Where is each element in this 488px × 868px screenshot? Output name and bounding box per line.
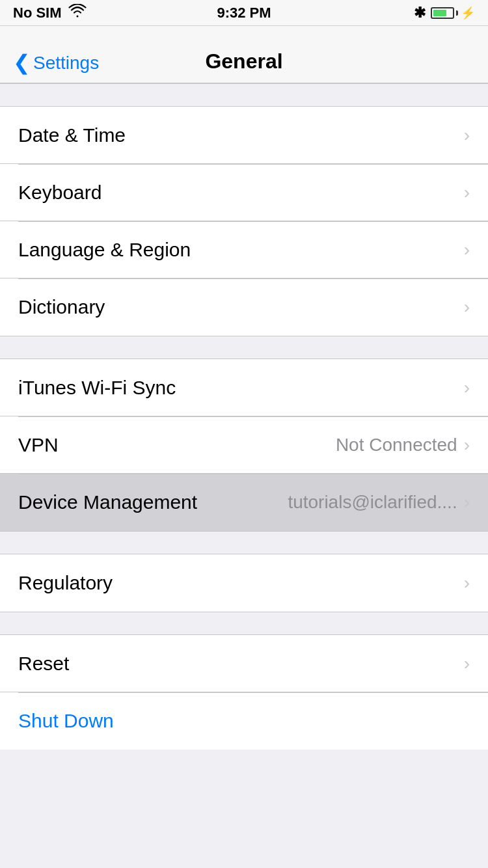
regulatory-right: › (464, 573, 470, 593)
back-button[interactable]: ❮ Settings (13, 53, 99, 74)
back-chevron-icon: ❮ (13, 52, 31, 73)
settings-row-date-time[interactable]: Date & Time› (0, 107, 488, 164)
status-right: ✱ ⚡ (414, 5, 475, 21)
status-time: 9:32 PM (217, 5, 271, 21)
settings-row-device-management[interactable]: Device Managementtutorials@iclarified...… (0, 474, 488, 531)
itunes-wifi-sync-chevron-icon: › (464, 377, 470, 398)
dictionary-right: › (464, 297, 470, 318)
itunes-wifi-sync-label: iTunes Wi-Fi Sync (18, 377, 176, 399)
date-time-label: Date & Time (18, 124, 126, 146)
page-title: General (205, 49, 282, 74)
reset-label: Reset (18, 653, 69, 675)
regulatory-chevron-icon: › (464, 573, 470, 593)
date-time-chevron-icon: › (464, 125, 470, 146)
nav-bar: ❮ Settings General (0, 26, 488, 83)
battery-indicator: ⚡ (431, 6, 475, 20)
shut-down-label: Shut Down (18, 710, 114, 732)
dictionary-label: Dictionary (18, 296, 105, 318)
settings-row-shut-down[interactable]: Shut Down (0, 692, 488, 750)
charging-icon: ⚡ (461, 6, 475, 20)
keyboard-chevron-icon: › (464, 182, 470, 203)
reset-right: › (464, 653, 470, 674)
settings-row-dictionary[interactable]: Dictionary› (0, 278, 488, 336)
settings-row-keyboard[interactable]: Keyboard› (0, 164, 488, 221)
section-separator-1 (0, 336, 488, 359)
back-label: Settings (33, 53, 99, 74)
vpn-right: Not Connected› (336, 435, 470, 455)
settings-row-vpn[interactable]: VPNNot Connected› (0, 416, 488, 474)
settings-row-language-region[interactable]: Language & Region› (0, 221, 488, 278)
language-region-right: › (464, 239, 470, 260)
device-management-right: tutorials@iclarified....› (288, 492, 470, 513)
vpn-value: Not Connected (336, 435, 457, 455)
date-time-right: › (464, 125, 470, 146)
regulatory-label: Regulatory (18, 572, 113, 594)
section-separator-2 (0, 531, 488, 554)
settings-group-group4: Reset›Shut Down (0, 635, 488, 750)
settings-content: Date & Time›Keyboard›Language & Region›D… (0, 83, 488, 750)
wifi-icon (68, 4, 87, 22)
settings-row-reset[interactable]: Reset› (0, 635, 488, 692)
bluetooth-icon: ✱ (414, 5, 426, 21)
language-region-chevron-icon: › (464, 239, 470, 260)
settings-group-group3: Regulatory› (0, 554, 488, 612)
language-region-label: Language & Region (18, 239, 191, 261)
device-management-label: Device Management (18, 491, 197, 513)
carrier-label: No SIM (13, 5, 62, 21)
device-management-chevron-icon: › (464, 492, 470, 513)
settings-row-regulatory[interactable]: Regulatory› (0, 554, 488, 612)
settings-group-group1: Date & Time›Keyboard›Language & Region›D… (0, 107, 488, 336)
status-bar: No SIM 9:32 PM ✱ ⚡ (0, 0, 488, 26)
reset-chevron-icon: › (464, 653, 470, 674)
vpn-chevron-icon: › (464, 435, 470, 455)
settings-row-itunes-wifi-sync[interactable]: iTunes Wi-Fi Sync› (0, 359, 488, 416)
keyboard-right: › (464, 182, 470, 203)
section-separator-3 (0, 612, 488, 635)
dictionary-chevron-icon: › (464, 297, 470, 318)
keyboard-label: Keyboard (18, 182, 102, 204)
status-left: No SIM (13, 4, 87, 22)
device-management-value: tutorials@iclarified.... (288, 492, 457, 513)
itunes-wifi-sync-right: › (464, 377, 470, 398)
settings-group-group2: iTunes Wi-Fi Sync›VPNNot Connected›Devic… (0, 359, 488, 531)
section-separator-0 (0, 83, 488, 107)
vpn-label: VPN (18, 434, 59, 456)
